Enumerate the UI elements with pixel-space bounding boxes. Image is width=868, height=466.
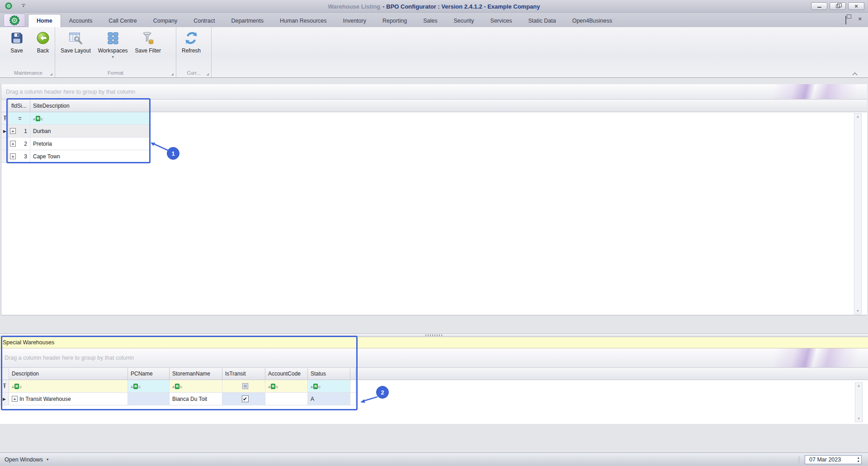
filter-cell-fldsiteid[interactable]: = bbox=[9, 112, 30, 125]
column-header-description[interactable]: Description bbox=[9, 368, 128, 380]
tab-departments[interactable]: Departments bbox=[223, 14, 272, 27]
column-header-sitedescription[interactable]: SiteDescription bbox=[30, 100, 150, 112]
expand-row-button[interactable]: + bbox=[10, 128, 16, 134]
customize-toolbar-icon[interactable]: ▼ bbox=[22, 4, 25, 8]
filter-cell-sitedescription[interactable]: ABC bbox=[30, 112, 151, 125]
cell-site-description[interactable]: Durban bbox=[30, 125, 151, 138]
grid-row-cape-town[interactable]: + 3 Cape Town bbox=[1, 150, 151, 163]
column-header-status[interactable]: Status bbox=[308, 368, 350, 380]
focused-row-arrow-icon: ▶ bbox=[3, 397, 6, 401]
ribbon-group-label: Maintenance ◢ bbox=[4, 68, 53, 77]
row-indicator bbox=[1, 150, 9, 163]
filter-cell-accountcode[interactable]: ABC bbox=[265, 380, 308, 393]
splitter-grip-icon bbox=[425, 334, 443, 336]
date-editor[interactable]: 07 Mar 2023 ▲ ▼ bbox=[805, 455, 862, 464]
open-windows-button[interactable]: Open Windows ▼ bbox=[5, 456, 49, 463]
filter-cell-istransit[interactable] bbox=[222, 380, 265, 393]
tab-call-centre[interactable]: Call Centre bbox=[100, 14, 145, 27]
cell-site-id[interactable]: + 1 bbox=[9, 125, 30, 138]
tab-open4business[interactable]: Open4Business bbox=[564, 14, 620, 27]
header-indicator bbox=[1, 100, 9, 112]
quick-access-toolbar: ▼ bbox=[5, 2, 25, 10]
dialog-launcher-icon[interactable]: ◢ bbox=[207, 72, 209, 76]
workspaces-button[interactable]: Workspaces ▼ bbox=[94, 29, 132, 58]
tab-services[interactable]: Services bbox=[482, 14, 520, 27]
column-header-istransit[interactable]: IsTransit bbox=[222, 368, 265, 380]
column-header-accountcode[interactable]: AccountCode bbox=[265, 368, 308, 380]
cell-pcname[interactable] bbox=[128, 393, 170, 405]
tab-reporting[interactable]: Reporting bbox=[374, 14, 415, 27]
tab-human-resources[interactable]: Human Resources bbox=[272, 14, 335, 27]
grid-header-row: Description PCName StoremanName IsTransi… bbox=[0, 368, 868, 380]
refresh-button[interactable]: Refresh bbox=[178, 29, 204, 54]
close-button[interactable]: × bbox=[848, 2, 864, 10]
grid-row-durban[interactable]: ▶ + 1 Durban bbox=[1, 125, 151, 138]
scroll-down-icon[interactable]: ▼ bbox=[857, 417, 861, 421]
cell-istransit[interactable]: ✔ bbox=[222, 393, 265, 405]
vertical-scrollbar[interactable]: ▲ ▼ bbox=[854, 113, 862, 314]
child-restore-button[interactable] bbox=[845, 16, 846, 24]
column-header-pcname[interactable]: PCName bbox=[128, 368, 170, 380]
back-button[interactable]: Back bbox=[30, 29, 56, 54]
tab-security[interactable]: Security bbox=[445, 14, 482, 27]
column-header-trailing bbox=[350, 368, 356, 380]
scroll-up-icon[interactable]: ▲ bbox=[856, 114, 860, 119]
cell-site-id[interactable]: + 3 bbox=[9, 150, 30, 163]
istransit-filter-checkbox[interactable] bbox=[242, 383, 248, 389]
abc-filter-icon: ABC bbox=[311, 384, 321, 389]
cell-site-description[interactable]: Cape Town bbox=[30, 150, 151, 163]
abc-filter-icon: ABC bbox=[12, 384, 22, 389]
ribbon-group-label: Format ◢ bbox=[57, 68, 174, 77]
ribbon-group-label: Curr... ◢ bbox=[178, 68, 209, 77]
filter-cell-storemanname[interactable]: ABC bbox=[170, 380, 222, 393]
tab-sales[interactable]: Sales bbox=[415, 14, 445, 27]
grid-row-pretoria[interactable]: + 2 Pretoria bbox=[1, 138, 151, 150]
refresh-icon bbox=[184, 31, 198, 45]
application-button[interactable] bbox=[4, 14, 25, 27]
vertical-scrollbar[interactable]: ▲ ▼ bbox=[855, 382, 863, 422]
cell-site-description[interactable]: Pretoria bbox=[30, 138, 151, 150]
tab-inventory[interactable]: Inventory bbox=[335, 14, 374, 27]
spin-up-icon[interactable]: ▲ bbox=[857, 456, 860, 459]
cell-storemanname[interactable]: Bianca Du Toit bbox=[170, 393, 222, 405]
collapse-ribbon-icon[interactable] bbox=[852, 72, 858, 76]
expand-row-button[interactable]: + bbox=[12, 396, 18, 402]
ribbon-group-maintenance: Save Back Maintenance ◢ bbox=[2, 27, 55, 77]
app-logo-icon bbox=[5, 2, 13, 10]
save-button[interactable]: Save bbox=[4, 29, 30, 54]
cell-site-id[interactable]: + 2 bbox=[9, 138, 30, 150]
scroll-up-icon[interactable]: ▲ bbox=[857, 384, 861, 388]
ribbon-tab-row: Home Accounts Call Centre Company Contra… bbox=[0, 13, 868, 27]
tab-home[interactable]: Home bbox=[28, 14, 61, 27]
cell-status[interactable]: A bbox=[308, 393, 350, 405]
scroll-down-icon[interactable]: ▼ bbox=[856, 309, 860, 313]
minimize-button[interactable] bbox=[811, 2, 827, 10]
child-close-button[interactable]: × bbox=[858, 16, 862, 24]
istransit-checkbox-checked[interactable]: ✔ bbox=[242, 395, 249, 402]
header-indicator bbox=[0, 368, 9, 380]
cell-accountcode[interactable] bbox=[265, 393, 308, 405]
save-filter-button[interactable]: Save Filter bbox=[132, 29, 165, 54]
spin-down-icon[interactable]: ▼ bbox=[857, 460, 860, 463]
column-header-fldsiteid[interactable]: fldSi... bbox=[9, 100, 30, 112]
tab-company[interactable]: Company bbox=[145, 14, 186, 27]
tab-accounts[interactable]: Accounts bbox=[61, 14, 100, 27]
dialog-launcher-icon[interactable]: ◢ bbox=[171, 72, 174, 76]
panel-splitter[interactable] bbox=[0, 333, 868, 337]
save-layout-button[interactable]: Save Layout bbox=[57, 29, 94, 54]
column-header-storemanname[interactable]: StoremanName bbox=[170, 368, 222, 380]
date-spinner[interactable]: ▲ ▼ bbox=[857, 456, 860, 463]
expand-row-button[interactable]: + bbox=[10, 141, 16, 147]
dialog-launcher-icon[interactable]: ◢ bbox=[50, 72, 52, 76]
tab-contract[interactable]: Contract bbox=[185, 14, 223, 27]
grid-row-in-transit-warehouse[interactable]: ▶ + In Transit Warehouse Bianca Du Toit … bbox=[0, 393, 357, 405]
filter-cell-description[interactable]: ABC bbox=[9, 380, 128, 393]
filter-cell-pcname[interactable]: ABC bbox=[128, 380, 170, 393]
filter-cell-status[interactable]: ABC bbox=[308, 380, 350, 393]
minimize-icon bbox=[817, 5, 821, 8]
row-indicator: ▶ bbox=[0, 393, 9, 405]
cell-description[interactable]: + In Transit Warehouse bbox=[9, 393, 128, 405]
tab-static-data[interactable]: Static Data bbox=[520, 14, 564, 27]
restore-button[interactable] bbox=[830, 2, 846, 10]
expand-row-button[interactable]: + bbox=[10, 153, 16, 159]
